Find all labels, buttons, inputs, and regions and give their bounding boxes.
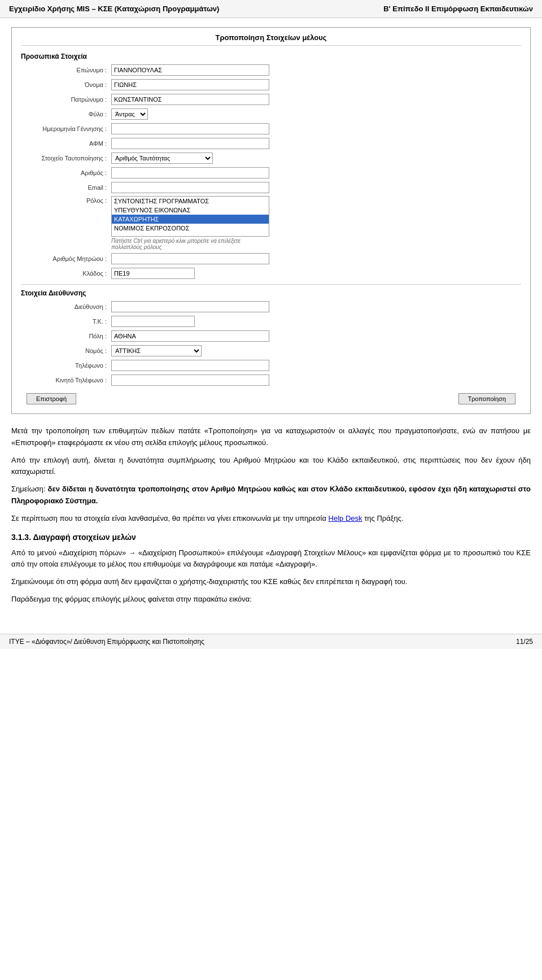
- afm-label: ΑΦΜ :: [21, 140, 111, 147]
- email-input[interactable]: [111, 182, 269, 193]
- eponymo-label: Επώνυμο :: [21, 67, 111, 73]
- nomos-select[interactable]: ΑΤΤΙΚΗΣ: [111, 345, 202, 356]
- rolos-hint: Πατήστε Ctrl για αριστερό κλικ μπορείτε …: [111, 238, 269, 250]
- subsection-heading: 3.1.3. Διαγραφή στοιχείων μελών: [11, 533, 531, 542]
- kinito-label: Κινητό Τηλέφωνο :: [21, 377, 111, 384]
- diefthynsi-label: Διεύθυνση :: [21, 303, 111, 310]
- page-footer: ΙΤΥΕ – «Διόφαντος»/ Διεύθυνση Επιμόρφωση…: [0, 634, 542, 649]
- form-title: Τροποποίηση Στοιχείων μέλους: [21, 33, 521, 46]
- arithmos-label: Αριθμός :: [21, 169, 111, 176]
- rolos-row: Ρόλος : ΣΥΝΤΟΝΙΣΤΗΣ ΓΡΟΓΡΑΜΜΑΤΟΣ ΥΠΕΥΘΥΝ…: [21, 196, 521, 250]
- role-item-2[interactable]: ΚΑΤΑΧΩΡΗΤΗΣ: [112, 215, 269, 224]
- text1-p4-text: Σε περίπτωση που τα στοιχεία είναι λανθα…: [11, 514, 329, 522]
- text2-p2: Σημειώνουμε ότι στη φόρμα αυτή δεν εμφαν…: [11, 576, 531, 588]
- page-header: Εγχειρίδιο Χρήσης MIS – ΚΣΕ (Καταχώριση …: [0, 0, 542, 18]
- section-divider: [21, 284, 521, 285]
- tilefono-label: Τηλέφωνο :: [21, 362, 111, 369]
- afm-row: ΑΦΜ :: [21, 137, 521, 150]
- fylo-select[interactable]: Άντρας Γυναίκα: [111, 108, 148, 120]
- rolos-listbox[interactable]: ΣΥΝΤΟΝΙΣΤΗΣ ΓΡΟΓΡΑΜΜΑΤΟΣ ΥΠΕΥΘΥΝΟΣ ΕΙΚΟΝ…: [111, 196, 269, 237]
- patronymo-row: Πατρώνυμο :: [21, 93, 521, 106]
- klados-row: Κλάδος :: [21, 267, 521, 280]
- header-left-title: Εγχειρίδιο Χρήσης MIS – ΚΣΕ (Καταχώριση …: [9, 5, 219, 13]
- hmerominia-label: Ημερομηνία Γέννησης :: [21, 125, 111, 132]
- rolos-container: ΣΥΝΤΟΝΙΣΤΗΣ ΓΡΟΓΡΑΜΜΑΤΟΣ ΥΠΕΥΘΥΝΟΣ ΕΙΚΟΝ…: [111, 196, 269, 250]
- mitroou-row: Αριθμός Μητρώου :: [21, 252, 521, 265]
- poli-input[interactable]: [111, 330, 269, 342]
- personal-info-section: Επώνυμο : Προσωπικά Στοιχεία Επώνυμο : Ό…: [21, 53, 521, 280]
- stoixeio-row: Στοιχείο Ταυτοποίησης : Αριθμός Ταυτότητ…: [21, 152, 521, 164]
- rolos-label: Ρόλος :: [21, 196, 111, 204]
- kinito-row: Κινητό Τηλέφωνο :: [21, 374, 521, 386]
- fylo-row: Φύλο : Άντρας Γυναίκα: [21, 108, 521, 120]
- email-row: Email :: [21, 181, 521, 194]
- afm-input[interactable]: [111, 138, 269, 149]
- header-right-title: Β' Επίπεδο ΙΙ Επιμόρφωση Εκπαιδευτικών: [383, 5, 533, 13]
- mitroou-input[interactable]: [111, 253, 269, 264]
- subsection-number: 3.1.3.: [11, 533, 31, 542]
- role-item-0[interactable]: ΣΥΝΤΟΝΙΣΤΗΣ ΓΡΟΓΡΑΜΜΑΤΟΣ: [112, 197, 269, 206]
- tilefono-row: Τηλέφωνο :: [21, 359, 521, 372]
- subsection-title: Διαγραφή στοιχείων μελών: [33, 533, 136, 542]
- contact-section: Στοιχεία Διεύθυνσης Διεύθυνση : Τ.Κ. : Π…: [21, 289, 521, 386]
- eponymo-input[interactable]: [111, 64, 269, 76]
- tk-row: Τ.Κ. :: [21, 315, 521, 328]
- text2-p1: Από το μενού «Διαχείριση πόρων» → «Διαχε…: [11, 547, 531, 571]
- eponymo-row: Επώνυμο :: [21, 64, 521, 76]
- text1-p3: Σημείωση: δεν δίδεται η δυνατότητα τροπο…: [11, 484, 531, 507]
- text1-p4: Σε περίπτωση που τα στοιχεία είναι λανθα…: [11, 513, 531, 525]
- form-box: Τροποποίηση Στοιχείων μέλους Επώνυμο : Π…: [11, 27, 531, 414]
- nomos-row: Νομός : ΑΤΤΙΚΗΣ: [21, 345, 521, 357]
- arithmos-row: Αριθμός :: [21, 167, 521, 179]
- patronymo-input[interactable]: [111, 94, 269, 105]
- epistrofi-button[interactable]: Επιστροφή: [27, 393, 76, 404]
- klados-input[interactable]: [111, 268, 195, 279]
- hmerominia-input[interactable]: [111, 123, 269, 134]
- form-buttons: Επιστροφή Τροποποίηση: [21, 393, 521, 404]
- text1-p3-bold: δεν δίδεται η δυνατότητα τροποποίησης στ…: [11, 485, 531, 505]
- text1-p2: Από την επιλογή αυτή, δίνεται η δυνατότη…: [11, 455, 531, 478]
- text-section-2: Από το μενού «Διαχείριση πόρων» → «Διαχε…: [11, 547, 531, 606]
- text1-p4-suffix: της Πράξης.: [362, 514, 404, 522]
- arithmos-input[interactable]: [111, 167, 269, 178]
- tilefono-input[interactable]: [111, 360, 269, 371]
- patronymo-label: Πατρώνυμο :: [21, 96, 111, 103]
- fylo-label: Φύλο :: [21, 111, 111, 117]
- poli-label: Πόλη :: [21, 333, 111, 339]
- hmerominia-row: Ημερομηνία Γέννησης :: [21, 123, 521, 135]
- text1-p1: Μετά την τροποποίηση των επιθυμητών πεδί…: [11, 425, 531, 449]
- tk-input[interactable]: [111, 316, 195, 327]
- diefthynsi-row: Διεύθυνση :: [21, 300, 521, 313]
- text1-p3-prefix: Σημείωση:: [11, 485, 48, 493]
- footer-left: ΙΤΥΕ – «Διόφαντος»/ Διεύθυνση Επιμόρφωση…: [9, 638, 204, 646]
- main-content: Τροποποίηση Στοιχείων μέλους Επώνυμο : Π…: [0, 18, 542, 622]
- tk-label: Τ.Κ. :: [21, 318, 111, 325]
- helpdesk-link[interactable]: Help Desk: [329, 514, 362, 522]
- tropopoiisi-button[interactable]: Τροποποίηση: [458, 393, 515, 404]
- nomos-label: Νομός :: [21, 347, 111, 354]
- poli-row: Πόλη :: [21, 330, 521, 342]
- contact-section-heading: Στοιχεία Διεύθυνσης: [21, 289, 521, 297]
- onoma-input[interactable]: [111, 79, 269, 90]
- diefthynsi-input[interactable]: [111, 301, 269, 312]
- mitroou-label: Αριθμός Μητρώου :: [21, 255, 111, 262]
- klados-label: Κλάδος :: [21, 270, 111, 277]
- role-item-1[interactable]: ΥΠΕΥΘΥΝΟΣ ΕΙΚΟΝΩΝΑΣ: [112, 206, 269, 215]
- footer-right: 11/25: [516, 638, 533, 646]
- stoixeio-label: Στοιχείο Ταυτοποίησης :: [21, 155, 111, 162]
- onoma-row: Όνομα :: [21, 79, 521, 91]
- onoma-label: Όνομα :: [21, 81, 111, 88]
- text2-p3: Παράδειγμα της φόρμας επιλογής μέλους φα…: [11, 594, 531, 606]
- personal-section-heading: Προσωπικά Στοιχεία: [21, 53, 521, 60]
- text-section-1: Μετά την τροποποίηση των επιθυμητών πεδί…: [11, 425, 531, 525]
- role-item-3[interactable]: ΝΟΜΙΜΟΣ ΕΚΠΡΟΣΟΠΟΣ: [112, 224, 269, 233]
- stoixeio-select[interactable]: Αριθμός Ταυτότητας Διαβατήριο: [111, 153, 213, 164]
- kinito-input[interactable]: [111, 374, 269, 386]
- email-label: Email :: [21, 184, 111, 191]
